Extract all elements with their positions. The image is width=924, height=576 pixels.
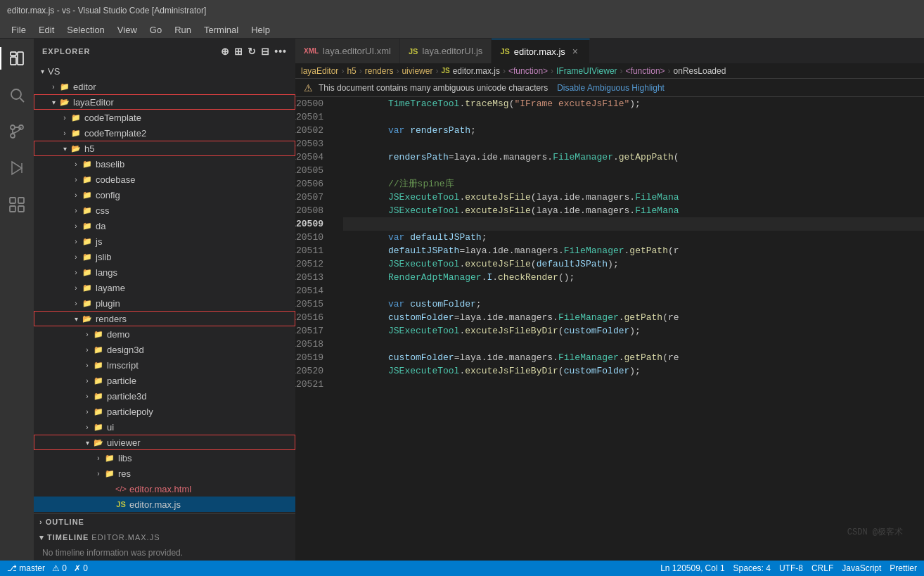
statusbar-language[interactable]: JavaScript [842,563,881,573]
statusbar-branch[interactable]: ⎇ master [7,563,45,573]
tree-item-layame[interactable]: › 📁 layame [34,280,295,295]
tree-item-editor-max-html[interactable]: › </> editor.max.html [34,481,295,497]
tree-item-config[interactable]: › 📁 config [34,187,295,203]
tree-item-vs[interactable]: ▾ VS [34,63,295,79]
menu-file[interactable]: File [6,23,32,37]
folder-icon-lmscript: 📁 [93,359,104,371]
breadcrumb-function2[interactable]: <function> [626,66,665,76]
breadcrumb-function1[interactable]: <function> [508,66,548,76]
menu-go[interactable]: Go [144,23,167,37]
explorer-tree: ▾ VS › 📁 editor ▾ 📂 layaEditor › 📁 codeT… [34,63,295,513]
tree-item-js[interactable]: › 📁 js [34,233,295,249]
warning-text: This document contains many ambiguous un… [319,83,548,93]
tree-item-particlepoly[interactable]: › 📁 particlepoly [34,404,295,419]
menu-run[interactable]: Run [169,23,197,37]
outline-panel-header[interactable]: › OUTLINE [34,514,295,530]
breadcrumb-uiviewer[interactable]: uiviewer [402,66,432,76]
breadcrumb-filename[interactable]: editor.max.js [453,66,500,76]
tree-item-layaeditor[interactable]: ▾ 📂 layaEditor [34,94,295,110]
tree-item-codebase[interactable]: › 📁 codebase [34,172,295,187]
statusbar-errors[interactable]: ⚠ 0 ✗ 0 [52,563,88,573]
tree-item-demo[interactable]: › 📁 demo [34,326,295,342]
breadcrumb-js-badge[interactable]: JS [441,67,449,75]
tree-item-particle3d[interactable]: › 📁 particle3d [34,388,295,404]
new-folder-icon[interactable]: ⊞ [234,46,243,57]
code-content[interactable]: TimeTraceTool.traceMsg("IFrame excuteJsF… [338,97,924,561]
sidebar-bottom-panels: › OUTLINE ▾ TIMELINE editor.max.js No ti… [34,513,295,561]
timeline-message: No timeline information was provided. [42,548,183,558]
statusbar-encoding[interactable]: UTF-8 [779,563,803,573]
code-scroll[interactable]: 120500 120501 120502 120503 120504 12050… [295,97,924,561]
tree-item-langs[interactable]: › 📁 langs [34,264,295,280]
tree-item-design3d[interactable]: › 📁 design3d [34,342,295,357]
tab-label-laya-editorui-js: laya.editorUI.js [422,46,482,56]
collapse-icon[interactable]: ⊟ [261,46,270,57]
menu-view[interactable]: View [112,23,143,37]
tab-laya-editorui-xml[interactable]: XML laya.editorUI.xml [295,39,400,63]
tab-close-editor-max-js[interactable]: × [570,46,581,57]
statusbar-position[interactable]: Ln 120509, Col 1 [660,563,724,573]
statusbar-eol[interactable]: CRLF [811,563,833,573]
tree-item-uiviewer[interactable]: ▾ 📂 uiviewer [34,435,295,450]
activity-source-control[interactable] [0,115,34,148]
statusbar-spaces[interactable]: Spaces: 4 [733,563,771,573]
activity-explorer[interactable] [0,41,34,75]
tree-item-libs[interactable]: › 📁 libs [34,450,295,466]
tree-item-h5[interactable]: ▾ 📂 h5 [34,141,295,156]
tree-item-css[interactable]: › 📁 css [34,203,295,218]
line-num-120512: 120512 [295,257,332,271]
line-num-120503: 120503 [295,137,332,151]
tree-item-editor[interactable]: › 📁 editor [34,79,295,94]
tab-laya-editorui-js[interactable]: JS laya.editorUI.js [400,39,492,63]
tree-item-ui[interactable]: › 📁 ui [34,419,295,435]
activity-search[interactable] [0,78,34,112]
tree-item-lmscript[interactable]: › 📁 lmscript [34,357,295,373]
code-line-120508: JSExecuteTool.excuteJsFile(laya.ide.mana… [343,204,924,217]
refresh-icon[interactable]: ↻ [248,46,257,57]
tree-item-jslib[interactable]: › 📁 jslib [34,249,295,264]
breadcrumb-layaeditor[interactable]: layaEditor [301,66,338,76]
tree-item-baselib[interactable]: › 📁 baselib [34,156,295,172]
line-num-120510: 120510 [295,231,332,244]
warning-bar: ⚠ This document contains many ambiguous … [295,79,924,97]
tree-item-particle[interactable]: › 📁 particle [34,373,295,388]
new-file-icon[interactable]: ⊕ [221,46,230,57]
code-line-120519: customFolder=laya.ide.managers.FileManag… [343,351,924,364]
menu-terminal[interactable]: Terminal [198,23,244,37]
tree-item-plugin[interactable]: › 📁 plugin [34,295,295,311]
activity-run[interactable] [0,151,34,185]
tabs-bar: XML laya.editorUI.xml JS laya.editorUI.j… [295,39,924,63]
tree-item-codetemplate[interactable]: › 📁 codeTemplate [34,110,295,125]
menu-selection[interactable]: Selection [61,23,110,37]
warning-icon: ⚠ [304,82,313,94]
tree-item-codetemplate2[interactable]: › 📁 codeTemplate2 [34,125,295,141]
menu-edit[interactable]: Edit [33,23,60,37]
timeline-panel-header[interactable]: ▾ TIMELINE editor.max.js [34,530,295,545]
breadcrumb-h5[interactable]: h5 [347,66,356,76]
svg-line-4 [20,98,25,103]
line-num-120518: 120518 [295,338,332,351]
menu-help[interactable]: Help [245,23,276,37]
breadcrumb-iframeuiviewer[interactable]: IFrameUIViewer [556,66,617,76]
code-line-120506: //注册spine库 [343,177,924,191]
tree-item-res[interactable]: › 📁 res [34,466,295,481]
folder-icon-particlepoly: 📁 [93,406,104,417]
arrow-editor: › [48,81,59,92]
tree-item-editor-max-js[interactable]: › JS editor.max.js [34,497,295,512]
arrow-demo: › [82,328,93,340]
tree-item-da[interactable]: › 📁 da [34,218,295,233]
statusbar-formatter[interactable]: Prettier [890,563,917,573]
folder-icon-h5: 📂 [70,143,82,154]
breadcrumb-renders[interactable]: renders [365,66,394,76]
more-icon[interactable]: ••• [274,46,287,57]
breadcrumb-onresloaded[interactable]: onResLoaded [674,66,726,76]
activity-extensions[interactable] [0,188,34,222]
disable-highlight-button[interactable]: Disable Ambiguous Highlight [553,82,668,94]
tree-label-particlepoly: particlepoly [107,407,153,417]
tree-label-h5: h5 [84,143,94,154]
folder-icon-js: 📁 [82,236,93,247]
folder-icon-editor: 📁 [59,81,70,92]
tree-item-renders[interactable]: ▾ 📂 renders [34,311,295,326]
arrow-layame: › [70,282,82,293]
tab-editor-max-js[interactable]: JS editor.max.js × [492,39,589,63]
